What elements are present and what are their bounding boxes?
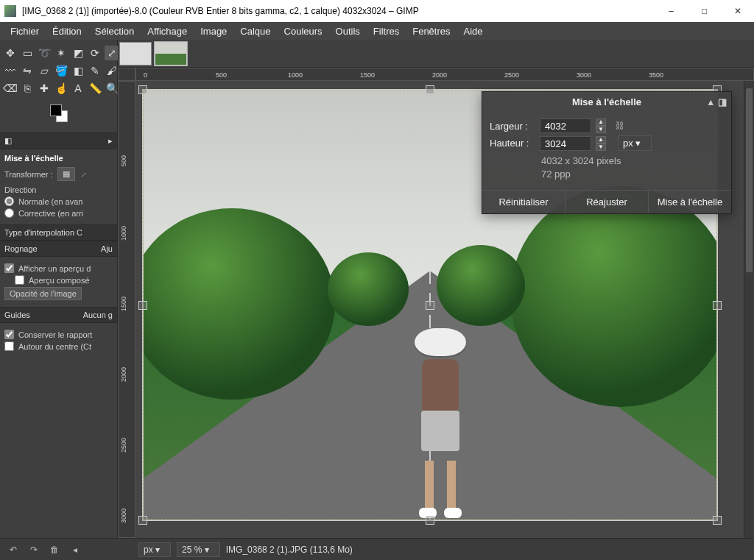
height-label: Hauteur : bbox=[490, 138, 535, 149]
dialog-scale-button[interactable]: Mise à l'échelle bbox=[648, 191, 731, 213]
image-tabs bbox=[118, 40, 754, 68]
height-input[interactable]: 3024 bbox=[540, 136, 591, 151]
minimize-button[interactable]: – bbox=[655, 0, 688, 22]
dialog-reset-button[interactable]: Réinitialiser bbox=[482, 191, 565, 213]
horizontal-ruler[interactable]: 0 500 1000 1500 2000 2500 3000 3500 bbox=[135, 68, 754, 81]
transform-target-layer[interactable]: ▦ bbox=[57, 167, 75, 181]
vertical-scrollbar[interactable] bbox=[744, 81, 754, 538]
window-titlebar: [IMG_0368 2 (1)] (importée)-8.0 (Couleur… bbox=[0, 0, 754, 22]
tool-bucket[interactable]: 🪣 bbox=[54, 63, 68, 78]
show-preview-checkbox[interactable] bbox=[4, 263, 14, 273]
width-spin-up[interactable]: ▲ bbox=[596, 118, 606, 126]
menu-view[interactable]: Affichage bbox=[141, 24, 193, 38]
tool-text[interactable]: A bbox=[71, 81, 85, 96]
tool-options-collapse-icon[interactable]: ▸ bbox=[108, 136, 113, 146]
tool-gradient[interactable]: ◧ bbox=[71, 63, 85, 78]
tool-options-panel: Mise à l'échelle Transformer : ▦ ⟋ Direc… bbox=[0, 149, 117, 224]
close-button[interactable]: ✕ bbox=[721, 0, 754, 22]
height-spin-up[interactable]: ▲ bbox=[596, 136, 606, 143]
app-icon bbox=[4, 5, 16, 17]
direction-label: Direction bbox=[4, 185, 113, 194]
tool-perspective[interactable]: ▱ bbox=[37, 63, 52, 78]
status-filename: IMG_0368 2 (1).JPG (113,6 Mo) bbox=[226, 545, 353, 555]
menu-windows[interactable]: Fenêtres bbox=[406, 24, 456, 38]
tool-heal[interactable]: ✚ bbox=[37, 81, 52, 96]
canvas[interactable]: Mise à l'échelle ▴ ◨ Largeur : 4032 ▲▼ ⛓… bbox=[135, 81, 754, 538]
width-input[interactable]: 4032 bbox=[540, 118, 591, 133]
tool-measure[interactable]: 📏 bbox=[88, 81, 102, 96]
status-delete-icon[interactable]: 🗑 bbox=[47, 542, 62, 557]
direction-corrective-radio[interactable] bbox=[4, 208, 14, 218]
menu-select[interactable]: Sélection bbox=[89, 24, 140, 38]
tool-warp[interactable]: 〰 bbox=[3, 63, 18, 78]
left-dock: ✥ ▭ ➰ ✶ ◩ ⟳ ⤢ 〰 ⇋ ▱ 🪣 ◧ ✎ 🖌 ⌫ ⎘ ✚ ☝ A 📏 … bbox=[0, 40, 118, 538]
image-tab-1[interactable] bbox=[119, 42, 152, 65]
color-swatches[interactable] bbox=[44, 104, 74, 125]
tool-options-tab[interactable]: ◧ bbox=[4, 136, 12, 146]
tool-fuzzy-select[interactable]: ✶ bbox=[54, 46, 68, 60]
menu-layer[interactable]: Calque bbox=[234, 24, 276, 38]
horizontal-ruler-bar: 0 500 1000 1500 2000 2500 3000 3500 bbox=[118, 68, 754, 81]
height-spin-down[interactable]: ▼ bbox=[596, 143, 606, 151]
menu-file[interactable]: Fichier bbox=[4, 24, 45, 38]
dialog-detach-icon[interactable]: ◨ bbox=[718, 96, 727, 107]
tool-flip[interactable]: ⇋ bbox=[20, 63, 35, 78]
tool-brush[interactable]: 🖌 bbox=[105, 63, 119, 78]
tool-eraser[interactable]: ⌫ bbox=[3, 81, 18, 96]
menu-bar: Fichier Édition Sélection Affichage Imag… bbox=[0, 22, 754, 40]
crop-row[interactable]: Rognage Aju bbox=[0, 241, 117, 257]
menu-image[interactable]: Image bbox=[194, 24, 233, 38]
tool-zoom[interactable]: 🔍 bbox=[105, 81, 119, 96]
tool-scale[interactable]: ⤢ bbox=[105, 46, 119, 60]
dialog-shade-icon[interactable]: ▴ bbox=[708, 96, 714, 107]
tool-rect-select[interactable]: ▭ bbox=[20, 46, 35, 60]
status-redo-icon[interactable]: ↷ bbox=[27, 542, 41, 557]
status-bar: ↶ ↷ 🗑 ◂ px ▾ 25 % ▾ IMG_0368 2 (1).JPG (… bbox=[0, 538, 754, 560]
dialog-size-info: 4032 x 3024 pixels bbox=[541, 155, 724, 168]
status-collapse-icon[interactable]: ◂ bbox=[68, 542, 82, 557]
unit-select[interactable]: px ▾ bbox=[618, 135, 652, 151]
menu-filters[interactable]: Filtres bbox=[367, 24, 405, 38]
canvas-area: 0 500 1000 1500 2000 2500 3000 3500 500 … bbox=[118, 40, 754, 538]
status-zoom-select[interactable]: 25 % ▾ bbox=[177, 542, 220, 557]
tool-clone[interactable]: ⎘ bbox=[20, 81, 35, 96]
image-tab-2[interactable] bbox=[155, 42, 187, 65]
scale-dialog-title: Mise à l'échelle bbox=[572, 96, 641, 107]
dialog-res-info: 72 ppp bbox=[541, 168, 724, 181]
status-undo-icon[interactable]: ↶ bbox=[6, 542, 21, 557]
tool-rotate[interactable]: ⟳ bbox=[88, 46, 102, 60]
menu-colors[interactable]: Couleurs bbox=[278, 24, 328, 38]
keep-ratio-checkbox[interactable] bbox=[4, 330, 14, 339]
vertical-ruler[interactable]: 500 1000 1500 2000 2500 3000 bbox=[118, 81, 135, 538]
tool-smudge[interactable]: ☝ bbox=[54, 81, 68, 96]
menu-edit[interactable]: Édition bbox=[46, 24, 88, 38]
guides-row[interactable]: GuidesAucun g bbox=[0, 307, 117, 323]
scale-dialog[interactable]: Mise à l'échelle ▴ ◨ Largeur : 4032 ▲▼ ⛓… bbox=[482, 91, 732, 214]
scrollbar-thumb[interactable] bbox=[746, 88, 753, 272]
transform-label: Transformer : bbox=[4, 170, 53, 179]
ruler-corner[interactable] bbox=[118, 68, 135, 81]
menu-tools[interactable]: Outils bbox=[330, 24, 366, 38]
keep-ratio-label: Conserver le rapport bbox=[18, 330, 92, 339]
direction-normal-radio[interactable] bbox=[4, 196, 14, 206]
tool-lasso[interactable]: ➰ bbox=[37, 46, 52, 60]
width-spin-down[interactable]: ▼ bbox=[596, 126, 606, 133]
window-title: [IMG_0368 2 (1)] (importée)-8.0 (Couleur… bbox=[22, 6, 655, 16]
tool-pencil[interactable]: ✎ bbox=[88, 63, 102, 78]
transform-target-path[interactable]: ⟋ bbox=[80, 170, 88, 179]
menu-help[interactable]: Aide bbox=[458, 24, 489, 38]
show-preview-label: Afficher un aperçu d bbox=[18, 264, 91, 273]
interpolation-row[interactable]: Type d'interpolation C bbox=[0, 224, 117, 241]
tool-crop[interactable]: ◩ bbox=[71, 46, 85, 60]
tool-move[interactable]: ✥ bbox=[3, 46, 18, 60]
link-chain-icon[interactable]: ⛓ bbox=[615, 121, 625, 131]
maximize-button[interactable]: □ bbox=[688, 0, 721, 22]
fg-color-swatch[interactable] bbox=[50, 104, 62, 116]
status-unit-select[interactable]: px ▾ bbox=[138, 542, 171, 557]
composite-preview-checkbox[interactable] bbox=[15, 275, 24, 285]
tool-options-header: ◧ ▸ bbox=[0, 132, 117, 149]
around-center-checkbox[interactable] bbox=[4, 341, 14, 351]
image-opacity-button[interactable]: Opacité de l'image bbox=[4, 287, 82, 300]
dialog-adjust-button[interactable]: Réajuster bbox=[565, 191, 648, 213]
toolbox: ✥ ▭ ➰ ✶ ◩ ⟳ ⤢ 〰 ⇋ ▱ 🪣 ◧ ✎ 🖌 ⌫ ⎘ ✚ ☝ A 📏 … bbox=[0, 40, 117, 132]
